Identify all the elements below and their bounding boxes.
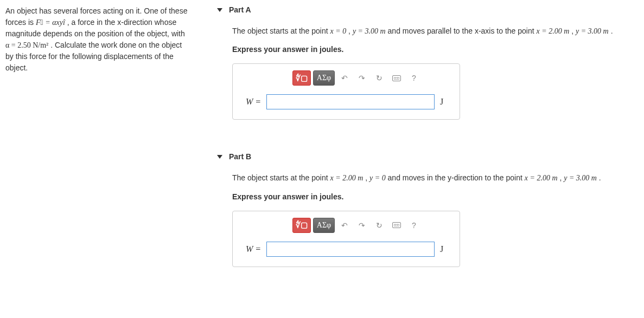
greek-symbols-button[interactable]: ΑΣφ bbox=[313, 70, 335, 86]
equation-editor-button[interactable]: ∜▢ bbox=[292, 70, 311, 86]
help-button[interactable]: ? bbox=[406, 70, 422, 86]
part-a-question: The object starts at the point x = 0 , y… bbox=[232, 25, 639, 37]
greek-symbols-button[interactable]: ΑΣφ bbox=[313, 218, 335, 233]
caret-down-icon bbox=[217, 8, 222, 12]
keyboard-button[interactable] bbox=[389, 218, 404, 233]
part-b-title: Part B bbox=[229, 152, 251, 161]
problem-statement: An object has several forces acting on i… bbox=[0, 0, 201, 318]
reset-button[interactable]: ↻ bbox=[372, 70, 387, 86]
part-a-instruction: Express your answer in joules. bbox=[232, 45, 639, 54]
keyboard-icon bbox=[392, 75, 401, 81]
part-b-header[interactable]: Part B bbox=[217, 152, 639, 161]
problem-force-expr: F⃗ = αxyî bbox=[36, 18, 65, 27]
problem-alpha-value: α = 2.50 N/m² bbox=[5, 41, 48, 49]
help-button[interactable]: ? bbox=[406, 218, 422, 233]
part-b-answer-input[interactable] bbox=[266, 242, 435, 257]
parts-panel: Part A The object starts at the point x … bbox=[201, 0, 644, 318]
undo-button[interactable]: ↶ bbox=[337, 70, 352, 86]
undo-button[interactable]: ↶ bbox=[337, 218, 352, 233]
part-b-unit: J bbox=[440, 244, 450, 254]
part-b-question: The object starts at the point x = 2.00 … bbox=[232, 172, 639, 184]
part-b-answer-label: W = bbox=[243, 244, 261, 254]
part-a-unit: J bbox=[440, 97, 450, 107]
equation-editor-button[interactable]: ∜▢ bbox=[292, 218, 311, 233]
redo-button[interactable]: ↷ bbox=[354, 218, 369, 233]
caret-down-icon bbox=[217, 155, 222, 159]
part-a-answer-box: ∜▢ ΑΣφ ↶ ↷ ↻ ? W = J bbox=[232, 63, 460, 120]
part-a-header[interactable]: Part A bbox=[217, 5, 639, 14]
keyboard-icon bbox=[392, 222, 401, 228]
reset-button[interactable]: ↻ bbox=[372, 218, 387, 233]
part-a-answer-row: W = J bbox=[243, 94, 450, 109]
redo-button[interactable]: ↷ bbox=[354, 70, 369, 86]
part-b: Part B The object starts at the point x … bbox=[217, 152, 639, 267]
part-a: Part A The object starts at the point x … bbox=[217, 5, 639, 120]
part-b-toolbar: ∜▢ ΑΣφ ↶ ↷ ↻ ? bbox=[253, 218, 461, 233]
part-a-title: Part A bbox=[229, 5, 251, 14]
part-b-body: The object starts at the point x = 2.00 … bbox=[217, 172, 639, 267]
part-b-answer-row: W = J bbox=[243, 242, 450, 257]
part-a-body: The object starts at the point x = 0 , y… bbox=[217, 25, 639, 120]
part-b-instruction: Express your answer in joules. bbox=[232, 192, 639, 201]
part-b-answer-box: ∜▢ ΑΣφ ↶ ↷ ↻ ? W = J bbox=[232, 211, 460, 267]
part-a-answer-label: W = bbox=[243, 97, 261, 107]
part-a-answer-input[interactable] bbox=[266, 94, 435, 109]
keyboard-button[interactable] bbox=[389, 70, 404, 86]
part-a-toolbar: ∜▢ ΑΣφ ↶ ↷ ↻ ? bbox=[253, 70, 461, 86]
